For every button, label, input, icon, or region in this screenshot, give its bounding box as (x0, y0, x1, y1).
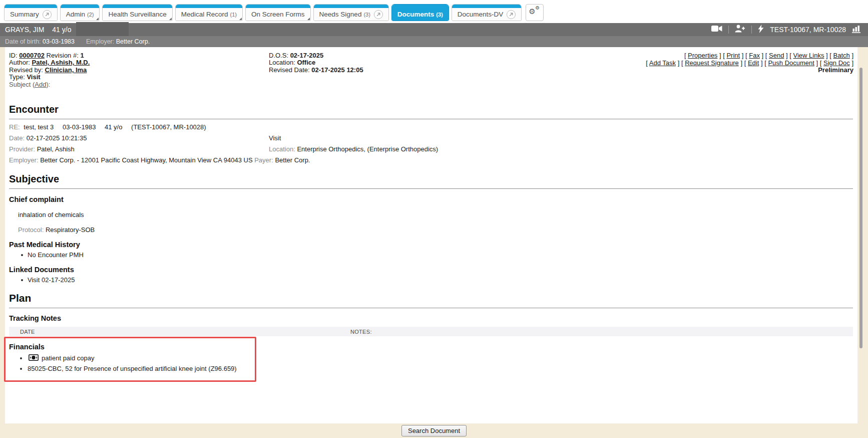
subject-add-link[interactable]: Add (35, 81, 46, 88)
section-divider (9, 119, 853, 119)
revised-by-link[interactable]: Clinician, Ima (45, 66, 87, 74)
bullet (20, 368, 22, 370)
doc-id-label: ID: (9, 52, 18, 59)
scrollbar-thumb[interactable] (859, 68, 862, 348)
payer-value: Better Corp. (275, 156, 310, 164)
tab-label: Summary (10, 11, 39, 18)
type-value: Visit (27, 73, 40, 81)
encounter-patient: test, test 3 (24, 123, 54, 131)
circled-arrow-icon[interactable] (374, 10, 383, 19)
left-margin-strip (0, 47, 5, 423)
patient-record-ids: TEST-10067, MR-10028 (770, 26, 846, 34)
patient-demographics-bar: Date of birth: 03-03-1983 Employer: Bett… (0, 36, 868, 47)
revised-date-value: 02-17-2025 12:05 (311, 66, 363, 74)
video-camera-icon[interactable] (711, 25, 722, 34)
document-actions: [ Properties ] [ Print ] [ Fax ] [ Send … (646, 52, 853, 74)
circled-arrow-icon[interactable] (43, 10, 52, 19)
section-divider (9, 188, 853, 189)
add-task-link[interactable]: Add Task (649, 59, 676, 67)
protocol-label: Protocol: (18, 226, 44, 234)
date-value: 02-17-2025 10:21:35 (27, 134, 87, 142)
tab-medical-record[interactable]: Medical Record (1) (175, 4, 243, 21)
author-label: Author: (9, 59, 30, 66)
location-value: Office (297, 59, 315, 66)
visit-type: Visit (269, 134, 281, 142)
push-document-link[interactable]: Push Document (768, 59, 814, 67)
tab-label: Needs Signed (319, 11, 362, 18)
linked-document-item: Visit 02-17-2025 (28, 276, 75, 284)
tab-accent-bar (392, 5, 449, 8)
tracking-notes-header-row: DATE NOTES: (9, 327, 853, 336)
gear-icon: ⚙ (535, 6, 540, 11)
tab-documents-dv[interactable]: Documents-DV (452, 4, 522, 21)
settings-gears-button[interactable]: ⚙ ⚙ (526, 4, 544, 21)
lightning-bolt-icon[interactable] (758, 25, 764, 35)
batch-link[interactable]: Batch (833, 52, 850, 59)
fax-link[interactable]: Fax (749, 52, 760, 59)
tab-count-badge: (3) (436, 12, 443, 18)
revised-by-label: Revised by: (9, 66, 43, 74)
plan-heading: Plan (9, 292, 31, 304)
subject-label-suffix: ): (46, 81, 50, 88)
tab-bar: Summary Admin (2) Health Surveillance Me… (0, 0, 868, 23)
date-column-header: DATE (20, 329, 35, 335)
payer-label: Payer: (254, 156, 273, 164)
circled-arrow-icon[interactable] (507, 10, 516, 19)
patient-banner: GRAYS, JIM41 y/o TEST-10067, MR-10028 (0, 23, 868, 36)
send-link[interactable]: Send (769, 52, 784, 59)
tab-documents[interactable]: Documents (3) (391, 4, 449, 21)
notes-column-header: NOTES: (350, 329, 372, 335)
banner-selected-segment (76, 22, 129, 37)
financial-item: patient paid copay (42, 354, 95, 362)
tab-label: Health Surveillance (108, 11, 166, 18)
encounter-employer-value: Better Corp. - 12001 Pacific Coast Highw… (40, 156, 252, 164)
tab-health-surveillance[interactable]: Health Surveillance (102, 4, 172, 21)
person-add-icon[interactable] (735, 25, 745, 35)
encounter-location-value: Enterprise Orthopedics, (Enterprise Orth… (297, 145, 438, 153)
tab-accent-bar (246, 5, 310, 8)
tab-label: Medical Record (181, 11, 228, 18)
tab-needs-signed[interactable]: Needs Signed (3) (313, 4, 389, 21)
tab-accent-bar (5, 5, 57, 8)
actions-row-2: [ Add Task ] [ Request Signature ] [ Edi… (646, 60, 853, 67)
employer-value: Better Corp. (116, 38, 150, 45)
patient-age: 41 y/o (52, 26, 71, 34)
tab-count-badge: (3) (363, 12, 370, 18)
sign-doc-link[interactable]: Sign Doc (823, 59, 850, 67)
banknote-icon (29, 354, 39, 363)
financials-heading: Financials (9, 343, 45, 351)
employer-label: Employer: (86, 38, 114, 45)
tab-accent-bar (314, 5, 388, 8)
actions-row-1: [ Properties ] [ Print ] [ Fax ] [ Send … (646, 52, 853, 60)
gear-icon: ⚙ (529, 8, 535, 15)
provider-value: Patel, Ashish (37, 145, 75, 153)
re-label: RE: (9, 123, 20, 131)
request-signature-link[interactable]: Request Signature (685, 59, 739, 67)
encounter-age: 41 y/o (105, 123, 122, 131)
search-document-button[interactable]: Search Document (401, 425, 467, 436)
subjective-heading: Subjective (9, 173, 59, 185)
view-links-link[interactable]: View Links (793, 52, 824, 59)
tab-accent-bar (176, 5, 242, 8)
tab-accent-bar (452, 5, 522, 8)
scrollbar-track[interactable] (857, 47, 868, 423)
properties-link[interactable]: Properties (688, 52, 717, 59)
author-link[interactable]: Patel, Ashish, M.D. (32, 59, 90, 66)
chief-complaint-text: inhalation of chemicals (18, 211, 84, 218)
pmh-item: No Encounter PMH (28, 251, 84, 259)
print-link[interactable]: Print (726, 52, 740, 59)
tab-summary[interactable]: Summary (4, 4, 58, 21)
patient-name: GRAYS, JIM (5, 26, 44, 34)
bar-chart-icon[interactable] (852, 25, 861, 35)
doc-id-link[interactable]: 0000702 (19, 52, 45, 59)
encounter-employer-label: Employer: (9, 156, 39, 164)
status-badge: Preliminary (646, 67, 853, 74)
dos-value: 02-17-2025 (290, 52, 324, 59)
bullet (21, 279, 23, 281)
tab-admin[interactable]: Admin (2) (60, 4, 100, 21)
encounter-record-ids: (TEST-10067, MR-10028) (131, 123, 206, 131)
tab-on-screen-forms[interactable]: On Screen Forms (245, 4, 311, 21)
bullet (21, 254, 23, 256)
edit-link[interactable]: Edit (748, 59, 759, 67)
subject-label: Subject ( (9, 81, 35, 88)
